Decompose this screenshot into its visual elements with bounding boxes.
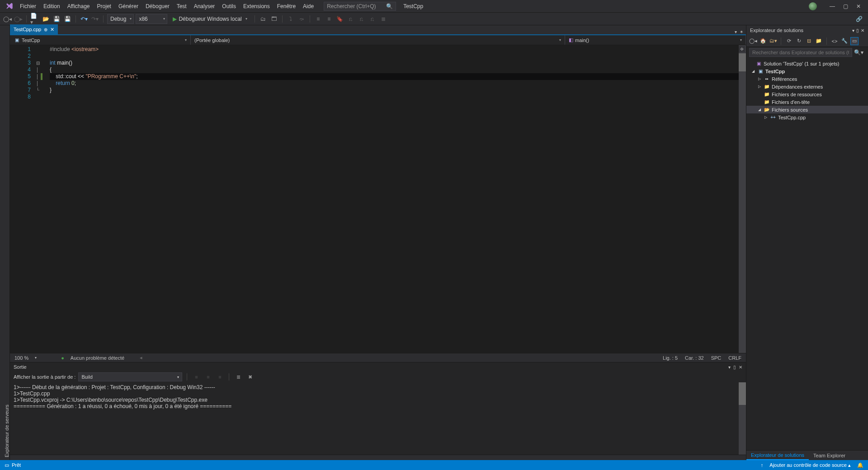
source-files-node[interactable]: ◢ 📂 Fichiers sources	[746, 106, 868, 113]
menu-edition[interactable]: Edition	[40, 1, 64, 11]
col-indicator[interactable]: Car. : 32	[685, 355, 704, 361]
se-properties-button[interactable]: 🔧	[840, 37, 849, 45]
output-scrollbar[interactable]	[739, 382, 746, 455]
expand-icon[interactable]: ◢	[757, 108, 762, 112]
platform-dropdown[interactable]: x86	[136, 14, 167, 24]
output-text[interactable]: 1>------ Début de la génération : Projet…	[10, 382, 746, 455]
menu-projet[interactable]: Projet	[94, 1, 115, 11]
maximize-button[interactable]: ▢	[843, 3, 848, 9]
account-avatar-icon[interactable]	[809, 2, 817, 10]
panel-menu-button[interactable]: ▾	[852, 28, 854, 33]
tb-icon-2[interactable]: 🗔	[269, 14, 278, 24]
menu-analyser[interactable]: Analyser	[190, 1, 219, 11]
forward-nav-button[interactable]: ◯▸	[14, 14, 23, 24]
resource-files-node[interactable]: 📁 Fichiers de ressources	[746, 90, 868, 98]
open-file-button[interactable]: 📂	[41, 14, 50, 24]
se-back-button[interactable]: ◯◂	[749, 37, 757, 45]
fold-gutter[interactable]: ⊟│││└	[36, 45, 41, 100]
menu-outils[interactable]: Outils	[218, 1, 240, 11]
zoom-level[interactable]: 100 %	[14, 355, 28, 361]
expand-icon[interactable]: ▷	[757, 85, 762, 89]
tb-misc-3[interactable]: ⎌	[368, 14, 377, 24]
expand-icon[interactable]: ◢	[751, 69, 755, 73]
start-debug-button[interactable]: ▶ Débogueur Windows local ▾	[169, 14, 250, 24]
solution-explorer-search-input[interactable]	[749, 48, 852, 57]
out-wordwrap-button[interactable]: ≣	[234, 372, 243, 381]
notifications-icon[interactable]: 🔔	[857, 462, 863, 468]
source-control-button[interactable]: Ajouter au contrôle de code source ▴	[769, 462, 851, 468]
menu-extensions[interactable]: Extensions	[240, 1, 274, 11]
se-collapse-button[interactable]: ⊟	[805, 37, 813, 45]
se-refresh-button[interactable]: ↻	[795, 37, 803, 45]
tab-options-button[interactable]: ✶	[740, 29, 743, 34]
out-btn-1[interactable]: ≡	[192, 372, 201, 381]
project-node[interactable]: ◢ ▣ TestCpp	[746, 67, 868, 75]
minimize-button[interactable]: —	[830, 3, 835, 9]
code-area[interactable]: #include <iostream> int main() { std::co…	[42, 45, 746, 353]
nav-scope-dropdown[interactable]: (Portée globale) ▾	[191, 35, 565, 45]
menu-deboguer[interactable]: Déboguer	[142, 1, 173, 11]
se-code-button[interactable]: <>	[830, 37, 839, 45]
save-button[interactable]: 💾	[52, 14, 61, 24]
nav-scroll-icon[interactable]: ◂	[140, 355, 142, 361]
quick-search-input[interactable]: Rechercher (Ctrl+Q) 🔍	[324, 2, 396, 11]
tb-icon-1[interactable]: 🗂	[259, 14, 268, 24]
new-project-button[interactable]: 📄▾	[30, 14, 39, 24]
server-explorer-tab[interactable]: Explorateur de serveurs	[4, 28, 9, 457]
split-editor-button[interactable]: ✧	[739, 46, 745, 52]
out-btn-3[interactable]: ≡	[215, 372, 224, 381]
save-all-button[interactable]: 💾	[63, 14, 72, 24]
solution-node[interactable]: ▣ Solution 'TestCpp' (1 sur 1 projets)	[746, 60, 868, 67]
line-indicator[interactable]: Lig. : 5	[663, 355, 678, 361]
panel-pin-button[interactable]: ▯	[856, 28, 859, 33]
back-nav-button[interactable]: ◯◂	[3, 14, 12, 24]
insert-mode[interactable]: SPC	[711, 355, 722, 361]
expand-icon[interactable]: ▷	[764, 115, 768, 119]
zoom-chevron-icon[interactable]: ▾	[35, 356, 37, 360]
tb-misc-2[interactable]: ⎌	[357, 14, 366, 24]
search-icon[interactable]: 🔍▾	[852, 49, 865, 56]
menu-test[interactable]: Test	[173, 1, 190, 11]
output-menu-button[interactable]: ▾	[728, 365, 731, 370]
out-btn-2[interactable]: ≡	[203, 372, 212, 381]
nav-project-dropdown[interactable]: ▣ TestCpp ▾	[10, 35, 191, 45]
step-into-button[interactable]: ⤵	[286, 14, 295, 24]
tb-misc-4[interactable]: ≣	[379, 14, 388, 24]
eol-mode[interactable]: CRLF	[728, 355, 741, 361]
step-over-button[interactable]: ⤼	[297, 14, 306, 24]
undo-button[interactable]: ↶▾	[80, 14, 89, 24]
comment-button[interactable]: ≡	[314, 14, 323, 24]
tab-solution-explorer[interactable]: Explorateur de solutions	[746, 451, 809, 460]
menu-affichage[interactable]: Affichage	[64, 1, 94, 11]
horizontal-scroll-area[interactable]	[10, 455, 746, 460]
out-clear-button[interactable]: ✖	[245, 372, 255, 381]
source-file-node[interactable]: ▷ ++ TestCpp.cpp	[746, 113, 868, 121]
editor-vertical-scrollbar[interactable]: ✧	[739, 45, 746, 353]
tab-overflow-button[interactable]: ▾	[735, 29, 737, 34]
tab-team-explorer[interactable]: Team Explorer	[809, 451, 850, 460]
panel-close-button[interactable]: ✕	[861, 28, 864, 33]
uncomment-button[interactable]: ≡	[325, 14, 334, 24]
se-preview-button[interactable]: ▭	[850, 37, 859, 45]
live-share-icon[interactable]: 🔗	[856, 14, 865, 24]
references-node[interactable]: ▷ ▪▪ Références	[746, 75, 868, 83]
output-close-button[interactable]: ✕	[739, 365, 742, 370]
menu-aide[interactable]: Aide	[299, 1, 317, 11]
nav-member-dropdown[interactable]: ◧ main() ▾	[565, 35, 746, 45]
close-tab-button[interactable]: ✕	[50, 27, 54, 33]
output-source-dropdown[interactable]: Build ▾	[78, 372, 182, 381]
pin-icon[interactable]: ⊕	[44, 27, 47, 32]
issues-label[interactable]: Aucun problème détecté	[71, 355, 124, 361]
redo-button[interactable]: ↷▾	[90, 14, 99, 24]
document-tab-active[interactable]: TestCpp.cpp ⊕ ✕	[10, 24, 58, 34]
menu-fichier[interactable]: Fichier	[16, 1, 40, 11]
se-sync-button[interactable]: ⟳	[785, 37, 793, 45]
se-home-button[interactable]: 🏠	[759, 37, 767, 45]
close-window-button[interactable]: ✕	[856, 3, 861, 9]
menu-generer[interactable]: Générer	[115, 1, 142, 11]
configuration-dropdown[interactable]: Debug	[107, 14, 134, 24]
external-deps-node[interactable]: ▷ 📁 Dépendances externes	[746, 83, 868, 90]
solution-tree[interactable]: ▣ Solution 'TestCpp' (1 sur 1 projets) ◢…	[746, 58, 868, 450]
code-editor[interactable]: 12345678 ⊟│││└ #include <iostream> int m…	[10, 45, 746, 353]
se-folder-view-button[interactable]: 🗂▾	[769, 37, 777, 45]
